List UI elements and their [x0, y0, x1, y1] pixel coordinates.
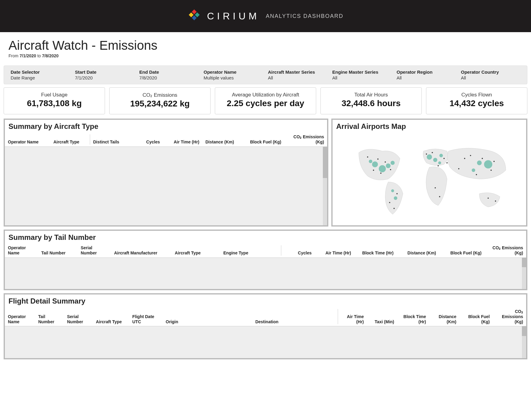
table-header: Operator Name Tail Number Serial Number … — [5, 307, 526, 326]
col-cycles[interactable]: Cycles — [281, 250, 315, 256]
col-operator-name[interactable]: Operator Name — [5, 139, 50, 145]
kpi-avg-utilization: Average Utilization by Aircraft 2.25 cyc… — [215, 87, 316, 114]
cirium-logo-icon — [188, 9, 201, 23]
svg-point-14 — [477, 160, 482, 165]
filter-operator-region[interactable]: Operator Region All — [394, 69, 458, 80]
col-operator-name[interactable]: Operator Name — [5, 314, 35, 324]
svg-marker-2 — [195, 12, 200, 17]
col-distance[interactable]: Distance (Km) — [202, 139, 245, 145]
svg-point-10 — [433, 158, 438, 162]
table-body[interactable] — [5, 258, 526, 289]
col-co2[interactable]: CO₂ Emissions (Kg) — [485, 245, 526, 256]
svg-point-12 — [438, 161, 441, 164]
svg-point-8 — [391, 161, 395, 165]
svg-point-9 — [427, 154, 432, 160]
scrollbar[interactable] — [522, 326, 526, 358]
svg-point-11 — [439, 154, 443, 157]
filter-date-selector[interactable]: Date Selector Date Range — [8, 69, 73, 80]
panel-flight-detail-summary: Flight Detail Summary Operator Name Tail… — [4, 293, 527, 359]
col-aircraft-type[interactable]: Aircraft Type — [93, 319, 129, 324]
filter-aircraft-master-series[interactable]: Aircraft Master Series All — [266, 69, 330, 80]
col-destination[interactable]: Destination — [196, 319, 338, 324]
date-to-prefix: to — [36, 53, 42, 58]
brand-name: CIRIUM — [207, 11, 260, 22]
svg-point-24 — [426, 153, 427, 155]
scrollbar-thumb[interactable] — [522, 326, 526, 336]
col-air-time[interactable]: Air Time (Hr) — [163, 139, 202, 145]
kpi-total-air-hours: Total Air Hours 32,448.6 hours — [320, 87, 422, 114]
kpi-row: Fuel Usage 61,783,108 kg CO₂ Emissions 1… — [4, 87, 527, 114]
scrollbar-thumb[interactable] — [522, 258, 526, 267]
panel-title: Summary by Aircraft Type — [5, 120, 327, 133]
svg-point-41 — [488, 197, 489, 199]
filter-engine-master-series[interactable]: Engine Master Series All — [330, 69, 394, 80]
col-block-fuel[interactable]: Block Fuel (Kg) — [439, 250, 485, 256]
svg-point-36 — [396, 193, 397, 194]
col-distance[interactable]: Distance (Km) — [397, 250, 439, 256]
svg-point-37 — [389, 202, 390, 203]
table-body[interactable] — [5, 326, 526, 358]
col-serial-number[interactable]: Serial Number — [64, 314, 93, 324]
svg-point-20 — [385, 161, 386, 163]
kpi-cycles-flown: Cycles Flown 14,432 cycles — [426, 87, 527, 114]
table-header: Operator Name Aircraft Type Distinct Tai… — [5, 133, 327, 147]
col-distance[interactable]: Distance (Km) — [429, 314, 459, 324]
col-block-fuel[interactable]: Block Fuel (Kg) — [245, 139, 284, 145]
panel-title: Flight Detail Summary — [5, 294, 526, 307]
page-title-block: Aircraft Watch - Emissions From 7/1/2020… — [0, 32, 531, 60]
svg-point-18 — [367, 156, 368, 157]
col-aircraft-type[interactable]: Aircraft Type — [172, 250, 220, 256]
col-distinct-tails[interactable]: Distinct Tails — [90, 139, 133, 145]
kpi-fuel-usage: Fuel Usage 61,783,108 kg — [4, 87, 105, 114]
col-engine-type[interactable]: Engine Type — [220, 250, 281, 256]
svg-point-4 — [372, 161, 378, 167]
panel-summary-tail-number: Summary by Tail Number Operator Name Tai… — [4, 230, 527, 290]
filter-end-date[interactable]: End Date 7/8/2020 — [137, 69, 201, 80]
col-taxi-min[interactable]: Taxi (Min) — [367, 319, 397, 324]
col-block-fuel[interactable]: Block Fuel (Kg) — [459, 314, 493, 324]
svg-point-31 — [482, 158, 483, 159]
scrollbar[interactable] — [323, 147, 327, 225]
svg-point-33 — [491, 170, 492, 171]
svg-point-32 — [493, 161, 495, 162]
svg-point-40 — [439, 196, 440, 197]
filter-operator-country[interactable]: Operator Country All — [458, 69, 523, 80]
svg-point-38 — [394, 208, 395, 209]
page-title: Aircraft Watch - Emissions — [8, 38, 523, 53]
svg-marker-0 — [192, 9, 197, 14]
col-tail-number[interactable]: Tail Number — [35, 314, 64, 324]
col-serial-number[interactable]: Serial Number — [78, 245, 111, 256]
col-origin[interactable]: Origin — [163, 319, 196, 324]
col-air-time[interactable]: Air Time (Hr) — [338, 314, 367, 324]
svg-marker-1 — [189, 12, 194, 17]
svg-point-17 — [391, 189, 394, 192]
scrollbar[interactable] — [522, 258, 526, 289]
col-flight-date-utc[interactable]: Flight Date UTC — [129, 314, 163, 324]
table-body[interactable] — [5, 147, 327, 225]
svg-point-15 — [472, 168, 475, 172]
filter-operator-name[interactable]: Operator Name Multiple values — [201, 69, 266, 80]
svg-point-19 — [377, 158, 378, 160]
col-cycles[interactable]: Cycles — [133, 139, 163, 145]
col-block-time[interactable]: Block Time (Hr) — [397, 314, 429, 324]
col-aircraft-type[interactable]: Aircraft Type — [50, 139, 90, 145]
svg-point-35 — [458, 168, 459, 169]
world-map[interactable] — [333, 133, 526, 225]
col-tail-number[interactable]: Tail Number — [38, 250, 78, 256]
col-aircraft-manufacturer[interactable]: Aircraft Manufacturer — [111, 250, 172, 256]
svg-point-16 — [394, 196, 397, 200]
svg-point-13 — [484, 160, 492, 168]
col-co2[interactable]: CO₂ Emissions (Kg) — [284, 134, 327, 145]
svg-point-25 — [432, 152, 433, 153]
col-block-time[interactable]: Block Time (Hr) — [354, 250, 397, 256]
col-air-time[interactable]: Air Time (Hr) — [315, 250, 354, 256]
svg-point-27 — [438, 165, 439, 166]
scrollbar-thumb[interactable] — [323, 147, 327, 178]
svg-point-23 — [373, 170, 374, 171]
col-operator-name[interactable]: Operator Name — [5, 245, 38, 256]
filter-start-date[interactable]: Start Date 7/1/2020 — [73, 69, 137, 80]
col-co2[interactable]: CO₂ Emissions (Kg) — [493, 309, 526, 324]
svg-point-5 — [379, 165, 386, 172]
svg-point-34 — [476, 174, 477, 175]
panel-title: Arrival Airports Map — [333, 120, 526, 133]
